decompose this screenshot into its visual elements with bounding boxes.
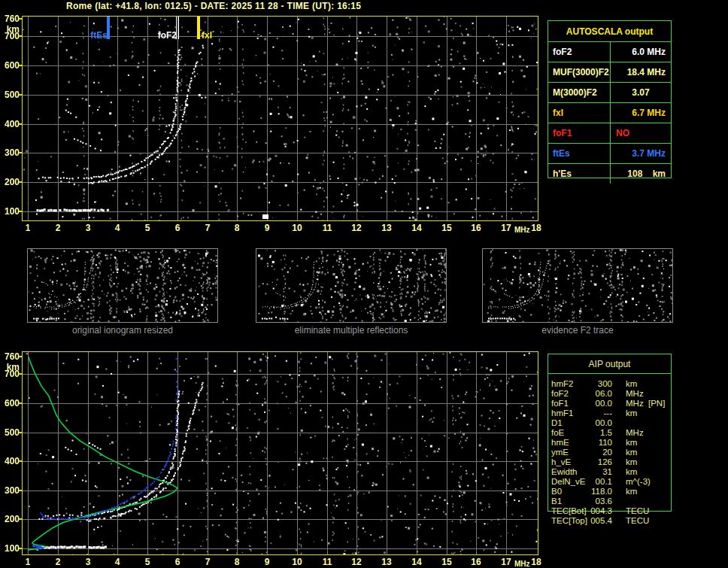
aip-row-unit: MHz [626, 389, 644, 399]
aip-row-unit: TECU [626, 506, 649, 516]
aip-row-value: 31 [569, 467, 612, 477]
x-axis-label: 1 [20, 223, 36, 233]
x-axis-label: 7 [199, 223, 216, 233]
aip-row-label: B0 [551, 487, 562, 497]
thumbnail-caption-original: original ionogram resized [27, 325, 218, 336]
autoscala-table-header: AUTOSCALA output [548, 21, 671, 41]
aip-row-DelN_vE: DelN_vE00.1m^(-3) [548, 477, 672, 487]
aip-row-Ewidth: Ewidth31km [548, 467, 672, 477]
x-axis-label: 9 [259, 557, 275, 567]
aip-row-unit: km [626, 438, 637, 448]
aip-row-value: 00.1 [569, 477, 612, 487]
x-axis-label: 8 [229, 223, 245, 233]
aip-row-value: 110 [569, 438, 612, 448]
aip-row-label: foF1 [551, 399, 569, 409]
y-axis-tick [19, 460, 22, 462]
y-axis-label: 760 [0, 352, 20, 362]
y-axis-label: 200 [0, 178, 20, 187]
y-axis-label: 200 [0, 515, 20, 524]
y-axis-tick [19, 152, 22, 153]
autoscala-row-foF1: foF1NO [548, 123, 671, 143]
aip-row-value: 300 [569, 379, 612, 389]
x-axis-label: 9 [259, 223, 275, 233]
thumbnail-reflections-canvas [256, 249, 446, 322]
x-axis-label: 10 [289, 557, 305, 567]
aip-row-ymE: ymE20km [548, 448, 672, 457]
aip-row-unit: MHz [626, 399, 644, 409]
top-ionogram-canvas [23, 17, 538, 220]
y-axis-label: 700 [0, 32, 20, 41]
aip-row-foF1: foF100.0MHz[PN] [548, 399, 672, 409]
aip-row-hmE: hmE110km [548, 438, 672, 448]
aip-row-unit: TECU [626, 516, 649, 526]
x-axis-unit-mhz: MHz [514, 226, 530, 234]
autoscala-row-MUF(3000)F2: MUF(3000)F218.4 MHz [548, 62, 671, 82]
page-title: Rome (lat: +41.8, lon: 012.5) - DATE: 20… [66, 1, 361, 11]
x-axis-label: 1 [20, 557, 36, 567]
y-axis-label: 300 [0, 148, 20, 158]
y-axis-tick [19, 373, 22, 375]
aip-row-unit: MHz [626, 428, 644, 438]
y-axis-label: 400 [0, 120, 20, 129]
x-axis-label: 13 [378, 557, 395, 567]
y-axis-tick [19, 94, 22, 96]
aip-row-unit: km [626, 467, 637, 477]
aip-row-value: 1.5 [569, 428, 612, 438]
autoscala-app-window: Rome (lat: +41.8, lon: 012.5) - DATE: 20… [0, 0, 728, 568]
y-axis-tick [19, 402, 22, 404]
aip-row-label: D1 [551, 418, 563, 428]
aip-row-TEC[Top]: TEC[Top]005.4TECU [548, 516, 672, 526]
x-axis-label: 16 [468, 223, 484, 233]
y-axis-label: 100 [0, 544, 20, 554]
x-axis-label: 14 [408, 223, 425, 233]
thumbnail-original-canvas [28, 249, 217, 322]
y-axis-tick [19, 548, 22, 549]
y-axis-tick [19, 356, 22, 357]
x-axis-label: 10 [289, 223, 305, 233]
thumbnail-f2-canvas [483, 249, 672, 322]
thumbnail-f2-trace [482, 248, 673, 323]
autoscala-row-value: 108 km [611, 164, 671, 184]
x-axis-label: 3 [80, 557, 96, 567]
autoscala-row-value: 6.7 MHz [611, 103, 671, 123]
x-axis-label: 5 [139, 223, 156, 233]
bottom-ionogram-plot [22, 351, 538, 555]
autoscala-row-label: h'Es [548, 164, 611, 184]
y-axis-tick [19, 35, 22, 37]
aip-row-value: 20 [569, 448, 612, 457]
x-axis-label: 11 [319, 223, 335, 233]
x-axis-label: 16 [468, 557, 484, 567]
y-axis-label: 400 [0, 457, 20, 466]
x-axis-label: 14 [408, 557, 425, 567]
y-axis-tick [19, 490, 22, 491]
y-axis-tick [19, 18, 22, 20]
aip-row-value: 00.0 [569, 399, 612, 409]
aip-row-value: --- [569, 409, 612, 418]
x-axis-label: 12 [348, 557, 365, 567]
aip-row-D1: D100.0 [548, 418, 672, 428]
aip-row-value: 06.0 [569, 389, 612, 399]
foF2-marker-label: foF2 [147, 30, 177, 41]
y-axis-tick [19, 123, 22, 125]
x-axis-label: 18 [528, 557, 544, 567]
autoscala-row-foF2: foF26.0 MHz [548, 41, 671, 62]
x-axis-label: 13 [378, 223, 395, 233]
thumbnail-original-ionogram [27, 248, 218, 323]
fxI-marker-label: fxI [202, 30, 229, 41]
aip-row-note: [PN] [648, 399, 665, 409]
x-axis-label: 17 [498, 557, 514, 567]
x-axis-label: 11 [319, 557, 335, 567]
y-axis-tick [19, 181, 22, 183]
y-axis-tick [19, 65, 22, 66]
aip-row-hmF2: hmF2300km [548, 379, 672, 389]
y-axis-tick [19, 432, 22, 433]
x-axis-label: 18 [528, 223, 544, 233]
autoscala-row-label: MUF(3000)F2 [548, 62, 611, 82]
autoscala-output-table: AUTOSCALA output foF26.0 MHzMUF(3000)F21… [548, 20, 672, 178]
aip-row-unit: km [626, 409, 637, 418]
y-axis-label: 700 [0, 369, 20, 379]
y-axis-label: 760 [0, 14, 20, 24]
autoscala-row-value: 3.07 [611, 83, 671, 102]
y-axis-label: 300 [0, 486, 20, 496]
aip-row-unit: km [626, 457, 637, 467]
